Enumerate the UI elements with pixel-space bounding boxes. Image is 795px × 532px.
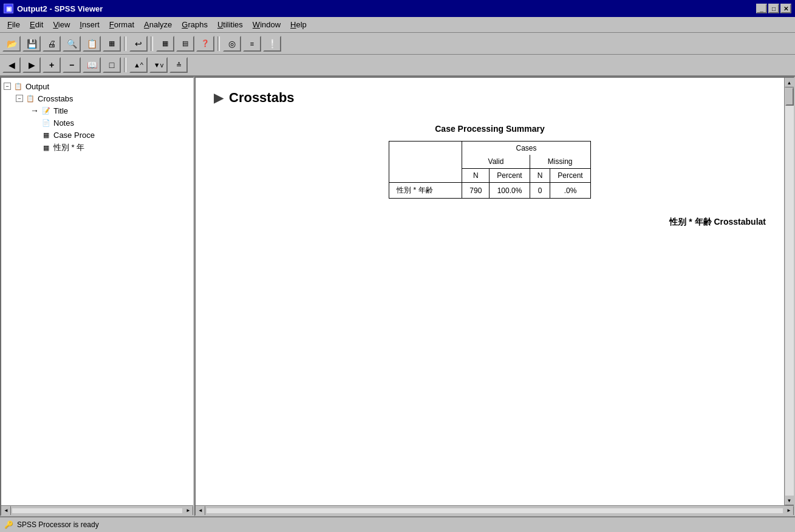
menu-analyze[interactable]: Analyze bbox=[139, 19, 177, 30]
forward-button[interactable]: ▶ bbox=[22, 57, 41, 73]
title-bar: ▣ Output2 - SPSS Viewer _ □ ✕ bbox=[0, 0, 795, 17]
cases-header: Cases bbox=[462, 142, 590, 155]
undo-button[interactable]: ↩ bbox=[129, 36, 148, 52]
pct-missing-header: Percent bbox=[550, 169, 590, 183]
grid-button[interactable]: ▦ bbox=[156, 36, 174, 52]
table-row: 性別 * 年齢 790 100.0% 0 .0% bbox=[389, 183, 590, 199]
n-valid-cell: 790 bbox=[462, 183, 490, 199]
menu-help[interactable]: Help bbox=[285, 19, 312, 30]
n-valid-header: N bbox=[462, 169, 490, 183]
n-missing-header: N bbox=[530, 169, 550, 183]
toolbar2: ◀ ▶ + − 📖 □ ▲^ ▼v ≙ bbox=[0, 55, 795, 77]
crosstab-footer: 性别 * 年齢 Crosstabulat bbox=[214, 217, 766, 228]
back-button[interactable]: ◀ bbox=[2, 57, 21, 73]
row-label: 性別 * 年齢 bbox=[389, 183, 462, 199]
box-button[interactable]: □ bbox=[103, 57, 121, 73]
minimize-button[interactable]: _ bbox=[756, 4, 767, 13]
tree-item-xingbie[interactable]: ▦ 性別 * 年 bbox=[30, 141, 191, 154]
pct-valid-cell: 100.0% bbox=[490, 183, 530, 199]
promote-button[interactable]: ▲^ bbox=[129, 57, 148, 73]
title-label: Title bbox=[53, 106, 68, 115]
save-button[interactable]: 💾 bbox=[22, 36, 41, 52]
menu-graphs[interactable]: Graphs bbox=[177, 19, 213, 30]
status-icon: 🔑 bbox=[4, 520, 13, 530]
separator1 bbox=[124, 36, 126, 51]
separator4 bbox=[124, 58, 126, 72]
xingbie-icon: ▦ bbox=[41, 143, 51, 152]
case-processing-title: Case Processing Summary bbox=[214, 124, 766, 134]
menu-format[interactable]: Format bbox=[104, 19, 139, 30]
vscroll-down-btn[interactable]: ▼ bbox=[785, 496, 794, 505]
case-processing-section: Case Processing Summary Cases Valid Miss… bbox=[214, 124, 766, 199]
right-hscroll-left-btn[interactable]: ◄ bbox=[196, 506, 205, 516]
vscroll-track[interactable] bbox=[785, 87, 794, 496]
separator2 bbox=[151, 36, 153, 51]
n-missing-cell: 0 bbox=[530, 183, 550, 199]
menu-window[interactable]: Window bbox=[248, 19, 285, 30]
menu-view[interactable]: View bbox=[48, 19, 75, 30]
tree-item-crosstabs[interactable]: − 📋 Crosstabs bbox=[16, 92, 191, 104]
menu-utilities[interactable]: Utilities bbox=[213, 19, 248, 30]
tree-area[interactable]: − 📋 Output − 📋 Crosstabs → 📝 Title 📄 Not… bbox=[1, 78, 193, 505]
print-preview-button[interactable]: 🔍 bbox=[63, 36, 81, 52]
left-scroll-left-btn[interactable]: ◄ bbox=[1, 506, 11, 516]
menu-insert[interactable]: Insert bbox=[75, 19, 104, 30]
select-button[interactable]: ≙ bbox=[169, 57, 188, 73]
right-hscroll-track[interactable] bbox=[206, 508, 783, 513]
help-content-button[interactable]: ❓ bbox=[196, 36, 214, 52]
caseproc-icon: ▦ bbox=[41, 130, 51, 140]
list-button[interactable]: ▤ bbox=[176, 36, 194, 52]
status-text: SPSS Processor is ready bbox=[17, 520, 99, 529]
status-bar: 🔑 SPSS Processor is ready bbox=[0, 516, 795, 532]
tree-item-output[interactable]: − 📋 Output bbox=[4, 80, 191, 92]
target-button[interactable]: ◎ bbox=[223, 36, 241, 52]
demote-button[interactable]: ▼v bbox=[149, 57, 168, 73]
main-area: − 📋 Output − 📋 Crosstabs → 📝 Title 📄 Not… bbox=[0, 77, 795, 516]
content-area[interactable]: ▶ Crosstabs Case Processing Summary Case… bbox=[196, 78, 784, 505]
toolbar1: 📂 💾 🖨 🔍 📋 ▦ ↩ ▦ ▤ ❓ ◎ ≡ ❕ bbox=[0, 33, 795, 55]
tree-item-caseproc[interactable]: ▦ Case Proce bbox=[30, 129, 191, 141]
crosstabs-arrow-icon: ▶ bbox=[214, 90, 223, 105]
menu-edit[interactable]: Edit bbox=[25, 19, 48, 30]
left-scroll-track[interactable] bbox=[12, 508, 182, 513]
output-icon: 📋 bbox=[13, 81, 23, 91]
pct-valid-header: Percent bbox=[490, 169, 530, 183]
right-hscroll-right-btn[interactable]: ► bbox=[784, 506, 794, 516]
pivot-button[interactable]: ≡ bbox=[243, 36, 261, 52]
notes-label: Notes bbox=[53, 118, 74, 128]
crosstabs-icon: 📋 bbox=[26, 94, 35, 103]
warning-button[interactable]: ❕ bbox=[263, 36, 281, 52]
collapse-all-button[interactable]: − bbox=[63, 57, 81, 73]
expand-all-button[interactable]: + bbox=[43, 57, 61, 73]
case-processing-table: Cases Valid Missing N Percent N Percent bbox=[389, 141, 590, 199]
notes-icon: 📄 bbox=[41, 118, 51, 128]
export-button[interactable]: 📋 bbox=[83, 36, 101, 52]
crosstabs-label: Crosstabs bbox=[38, 94, 73, 103]
print-button[interactable]: 🖨 bbox=[43, 36, 61, 52]
xingbie-label: 性別 * 年 bbox=[53, 142, 84, 153]
current-arrow-icon: → bbox=[30, 106, 39, 115]
open-button[interactable]: 📂 bbox=[2, 36, 21, 52]
expand-output[interactable]: − bbox=[4, 83, 11, 90]
vscroll-thumb[interactable] bbox=[785, 87, 794, 106]
book-button[interactable]: 📖 bbox=[83, 57, 101, 73]
left-scroll-right-btn[interactable]: ► bbox=[183, 506, 193, 516]
left-panel-hscroll[interactable]: ◄ ► bbox=[1, 505, 193, 515]
tree-item-title[interactable]: → 📝 Title bbox=[30, 104, 191, 117]
crosstabs-title-text: Crosstabs bbox=[229, 90, 295, 106]
right-hscroll[interactable]: ◄ ► bbox=[196, 505, 794, 515]
menu-bar: File Edit View Insert Format Analyze Gra… bbox=[0, 17, 795, 33]
menu-file[interactable]: File bbox=[2, 19, 25, 30]
vscroll[interactable]: ▲ ▼ bbox=[784, 78, 794, 505]
pct-missing-cell: .0% bbox=[550, 183, 590, 199]
title-icon: 📝 bbox=[41, 106, 51, 115]
table-row-header-empty bbox=[389, 142, 462, 183]
vscroll-up-btn[interactable]: ▲ bbox=[785, 78, 794, 87]
close-button[interactable]: ✕ bbox=[780, 4, 791, 13]
window-title: Output2 - SPSS Viewer bbox=[17, 4, 103, 13]
tree-item-notes[interactable]: 📄 Notes bbox=[30, 117, 191, 129]
expand-crosstabs[interactable]: − bbox=[16, 95, 23, 102]
maximize-button[interactable]: □ bbox=[768, 4, 779, 13]
missing-header: Missing bbox=[530, 155, 590, 169]
designated-window-button[interactable]: ▦ bbox=[103, 36, 121, 52]
